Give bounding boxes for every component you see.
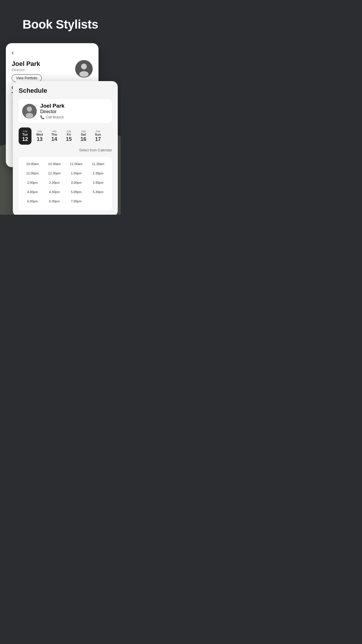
time-slot-300[interactable]: 3.00pm — [66, 179, 87, 186]
time-row-4: 4.00pm 4.30pm 5.00pm 5.30pm — [22, 188, 108, 195]
time-slot-130[interactable]: 1.30pm — [88, 170, 108, 177]
time-slot-400[interactable]: 4.00pm — [22, 188, 43, 195]
date-month-3: July — [66, 130, 71, 133]
stylist-role: Director — [12, 68, 42, 72]
time-slots: 10.00am 10.30am 11.00am 11.30am 12.00pm … — [19, 157, 112, 211]
time-slot-700[interactable]: 7.00pm — [66, 198, 87, 205]
time-slot-1000[interactable]: 10.00am — [22, 160, 43, 167]
date-item-fri15[interactable]: July Fri 15 — [62, 127, 75, 145]
time-slot-200[interactable]: 2.00pm — [22, 179, 43, 186]
date-num-0: 12 — [22, 136, 28, 142]
date-day-5: Sun — [95, 133, 101, 136]
time-slot-500[interactable]: 5.00pm — [66, 188, 87, 195]
stylist-avatar — [75, 60, 93, 78]
time-slot-430[interactable]: 4.30pm — [44, 188, 65, 195]
stylist-header: Joel Park Director View Portfolio — [12, 60, 93, 82]
phone-icon: 📞 — [40, 115, 45, 119]
time-row-5: 6.00pm 6.30pm 7.00pm — [22, 198, 108, 205]
time-slot-530[interactable]: 5.30pm — [88, 188, 108, 195]
date-day-3: Fri — [67, 133, 71, 136]
back-button[interactable]: ‹ — [12, 49, 14, 57]
svg-point-1 — [81, 64, 87, 69]
date-picker: July Tue 12 July Wed 13 July Thu 14 July… — [19, 127, 112, 145]
time-slot-100[interactable]: 1.00pm — [66, 170, 87, 177]
schedule-card: Schedule Joel Park Director 📞 Call Branc… — [13, 81, 118, 215]
date-day-4: Sat — [81, 133, 86, 136]
schedule-stylist-info: Joel Park Director 📞 Call Branch — [19, 99, 112, 123]
call-branch[interactable]: 📞 Call Branch — [40, 115, 64, 119]
svg-point-5 — [26, 113, 33, 118]
time-slot-330[interactable]: 3.30pm — [88, 179, 108, 186]
schedule-stylist-name: Joel Park — [40, 103, 64, 109]
schedule-stylist-role: Director — [40, 109, 64, 114]
svg-point-2 — [79, 71, 89, 77]
date-day-2: Thu — [51, 133, 57, 136]
time-slot-600[interactable]: 6.00pm — [22, 198, 43, 205]
date-num-4: 16 — [80, 136, 86, 142]
date-day-0: Tue — [22, 133, 28, 136]
date-num-1: 13 — [37, 136, 43, 142]
stylist-info: Joel Park Director View Portfolio — [12, 60, 42, 82]
schedule-avatar — [22, 104, 37, 118]
date-item-sat16[interactable]: July Sat 16 — [77, 127, 90, 145]
time-slot-1130[interactable]: 11.30am — [88, 160, 108, 167]
cards-container: ‹ Joel Park Director View Portfolio Cut … — [0, 43, 121, 215]
date-month-5: July — [96, 130, 100, 133]
date-month-2: July — [52, 130, 57, 133]
time-slot-230[interactable]: 2.30pm — [44, 179, 65, 186]
page-title: Book Stylists — [22, 18, 98, 32]
date-month-0: July — [23, 130, 27, 133]
time-row-3: 2.00pm 2.30pm 3.00pm 3.30pm — [22, 179, 108, 186]
time-slot-1230[interactable]: 12.30pm — [44, 170, 65, 177]
schedule-title: Schedule — [19, 87, 112, 94]
date-day-1: Wed — [36, 133, 43, 136]
schedule-stylist-details: Joel Park Director 📞 Call Branch — [40, 103, 64, 119]
time-slot-empty — [88, 198, 108, 205]
time-slot-1030[interactable]: 10.30am — [44, 160, 65, 167]
date-num-5: 17 — [95, 136, 101, 142]
time-slot-1100[interactable]: 11.00am — [66, 160, 87, 167]
date-item-wed13[interactable]: July Wed 13 — [33, 127, 46, 145]
time-slot-1200[interactable]: 12.00pm — [22, 170, 43, 177]
stylist-name: Joel Park — [12, 60, 42, 68]
time-row-2: 12.00pm 12.30pm 1.00pm 1.30pm — [22, 170, 108, 177]
svg-point-4 — [27, 106, 32, 112]
date-num-2: 14 — [51, 136, 57, 142]
date-month-4: July — [81, 130, 86, 133]
date-item-thu14[interactable]: July Thu 14 — [48, 127, 61, 145]
call-branch-label: Call Branch — [46, 115, 64, 119]
select-calendar-link[interactable]: Select from Calendar — [19, 148, 112, 152]
time-row-1: 10.00am 10.30am 11.00am 11.30am — [22, 160, 108, 167]
date-item-sun17[interactable]: July Sun 17 — [92, 127, 104, 145]
date-num-3: 15 — [66, 136, 72, 142]
time-slot-630[interactable]: 6.30pm — [44, 198, 65, 205]
date-item-tue12[interactable]: July Tue 12 — [19, 127, 31, 145]
date-month-1: July — [37, 130, 42, 133]
